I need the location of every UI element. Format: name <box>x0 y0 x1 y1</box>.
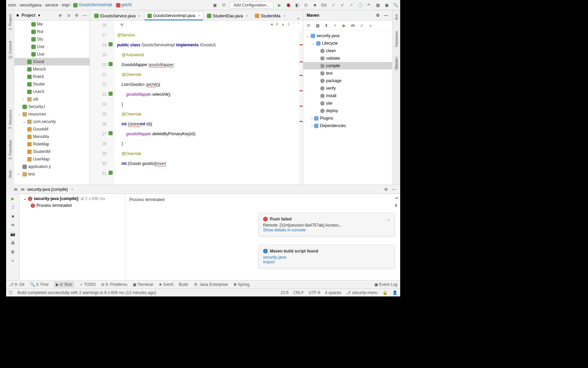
maven-node[interactable]: verify <box>303 85 392 92</box>
terminal-tab[interactable]: ▣ Terminal <box>133 282 153 287</box>
run-node[interactable]: ⌄ ! security-java [compile]: at 2 s 696 … <box>21 195 124 202</box>
crumb[interactable]: service <box>45 3 58 7</box>
maven-node[interactable]: validate <box>303 55 392 62</box>
tree-row[interactable]: Stu <box>14 35 89 43</box>
encoding[interactable]: UTF-8 <box>309 290 320 295</box>
stop-icon[interactable]: ■ <box>312 2 317 8</box>
gerrit-tab[interactable]: ★ Gerrit <box>159 282 174 287</box>
maven-node[interactable]: package <box>303 77 392 85</box>
todo-tab[interactable]: ✓ TODO <box>80 282 96 287</box>
download-icon[interactable]: ⬇ <box>324 23 329 28</box>
expand-icon[interactable]: ⇲ <box>66 13 71 18</box>
rollback-icon[interactable]: ↶ <box>366 2 372 8</box>
view-icon[interactable]: 👁 <box>10 223 16 228</box>
favorites-tool-button[interactable]: 2: Favorites <box>8 138 12 162</box>
expand-icon[interactable]: ⌄ <box>22 119 26 124</box>
maven-node[interactable]: site <box>303 99 392 107</box>
tree-row[interactable]: MenuMa <box>14 133 89 140</box>
maven-node[interactable]: clean <box>303 47 392 55</box>
minimize-icon[interactable]: — <box>391 187 397 192</box>
tree-row[interactable]: IGood <box>14 58 89 65</box>
inspection-widget[interactable]: ●9 ▲1 ˄ ˅ <box>271 22 299 27</box>
database-tool-button[interactable]: Database <box>394 29 398 49</box>
m-icon[interactable]: m <box>350 23 356 28</box>
tree-row[interactable]: Use <box>14 43 89 50</box>
git-commit-icon[interactable]: ✔ <box>340 2 345 8</box>
minimize-icon[interactable]: — <box>82 13 87 18</box>
web-tool-button[interactable]: Web <box>8 168 12 180</box>
project-tool-button[interactable]: 1: Project <box>8 12 12 32</box>
tree-row[interactable]: UserMap <box>14 155 89 163</box>
more-icon[interactable]: » <box>10 258 16 263</box>
tree-row[interactable]: SecurityJ <box>14 103 89 110</box>
error-stripe[interactable] <box>299 31 303 185</box>
dropdown-icon[interactable]: ■ <box>16 13 19 18</box>
expand-icon[interactable]: ⌄ <box>306 33 309 38</box>
maven-node[interactable]: ⌄security-java <box>303 32 392 40</box>
find-tab[interactable]: 🔍 3: Find <box>30 282 49 287</box>
gear-icon[interactable]: ⚙ <box>375 13 380 18</box>
delete-icon[interactable]: 🗑 <box>10 249 16 255</box>
tree-row[interactable]: ⌄resources <box>14 110 89 118</box>
man-icon[interactable]: 👤 <box>392 290 397 295</box>
indent[interactable]: 4 spaces <box>325 290 341 295</box>
event-log-tab[interactable]: ▣ Event Log <box>374 282 397 287</box>
more-icon[interactable]: » <box>368 23 373 28</box>
caret-position[interactable]: 23:5 <box>281 290 289 295</box>
close-icon[interactable]: × <box>283 14 285 18</box>
editor-gutter[interactable]: 16171819202122232425262728293031 <box>90 20 114 185</box>
expand-icon[interactable]: › <box>311 116 313 121</box>
tree-row[interactable]: RoleMap <box>14 140 89 148</box>
run-tab[interactable]: ▶ 4: Run <box>54 281 74 288</box>
maven-node[interactable]: test <box>303 70 392 77</box>
tree-row[interactable]: ›test <box>14 170 89 178</box>
git-update-icon[interactable]: ✓ <box>331 2 336 8</box>
tree-row[interactable]: StudentM <box>14 148 89 155</box>
generate-icon[interactable]: ▦ <box>315 23 320 28</box>
maven-node[interactable]: ›Dependencies <box>303 122 392 129</box>
problems-tab[interactable]: ⊘ 6: Problems <box>101 282 127 287</box>
close-icon[interactable]: × <box>246 14 248 18</box>
ide-icon[interactable]: ▣ <box>384 2 389 8</box>
up-icon[interactable]: ˄ <box>293 22 295 27</box>
chevron-down-icon[interactable]: ⌄ <box>23 196 27 201</box>
maven-node[interactable]: compile <box>303 62 392 70</box>
expand-icon[interactable]: › <box>311 123 313 128</box>
close-icon[interactable]: × <box>138 14 141 18</box>
add-icon[interactable]: ＋ <box>332 23 338 28</box>
tree-row[interactable]: GoodsM <box>14 125 89 133</box>
crumb-class[interactable]: GoodsServiceImpl <box>73 2 112 7</box>
tree-row[interactable]: ⌄com.security <box>14 118 89 125</box>
spring-tab[interactable]: ❀ Spring <box>233 282 250 287</box>
expand-icon[interactable]: › <box>22 97 26 102</box>
profile-icon[interactable]: ⊙ <box>303 2 309 8</box>
refresh-icon[interactable]: ⟳ <box>306 23 311 28</box>
ant-tool-button[interactable]: Ant <box>394 12 398 22</box>
code-content[interactable]: */@Servicepublic class GoodsServiceImpl … <box>114 20 303 185</box>
more-tabs-icon[interactable]: ⌄ <box>294 15 303 20</box>
tree-row[interactable]: RoleS <box>14 73 89 80</box>
lock-icon[interactable]: 🔒 <box>382 290 388 295</box>
git-tab[interactable]: ⎇ 9: Git <box>9 282 24 287</box>
down-icon[interactable]: ˅ <box>297 22 299 27</box>
debug-icon[interactable]: 🐞 <box>285 2 291 8</box>
editor-tab[interactable]: StudentDao.java× <box>204 11 251 20</box>
run-icon[interactable]: ▶ <box>341 23 347 28</box>
jee-tab[interactable]: ☕ Java Enterprise <box>193 282 228 287</box>
tree-row[interactable]: Me <box>14 20 89 28</box>
notif-link[interactable]: Import <box>263 260 390 264</box>
history-icon[interactable]: 🕓 <box>357 2 363 8</box>
run-output[interactable]: Process terminated ⇥ ⬇ Push failed⌄ Remo… <box>125 194 400 280</box>
tree-row[interactable]: UserS <box>14 88 89 95</box>
expand-icon[interactable]: › <box>18 172 21 177</box>
maven-node[interactable]: ›Plugins <box>303 114 392 122</box>
hammer-icon[interactable]: ⚒ <box>221 2 226 8</box>
tree-row[interactable]: MenuS <box>14 65 89 73</box>
chevron-down-icon[interactable]: ⌄ <box>387 217 390 221</box>
coverage-icon[interactable]: ◧ <box>294 2 300 8</box>
crumb[interactable]: impl <box>62 3 69 7</box>
tree-row[interactable]: Use <box>14 50 89 58</box>
skip-tests-icon[interactable]: ⫽ <box>359 23 364 28</box>
crumb[interactable]: com <box>8 3 16 7</box>
tree-row[interactable]: application.y <box>14 163 89 170</box>
